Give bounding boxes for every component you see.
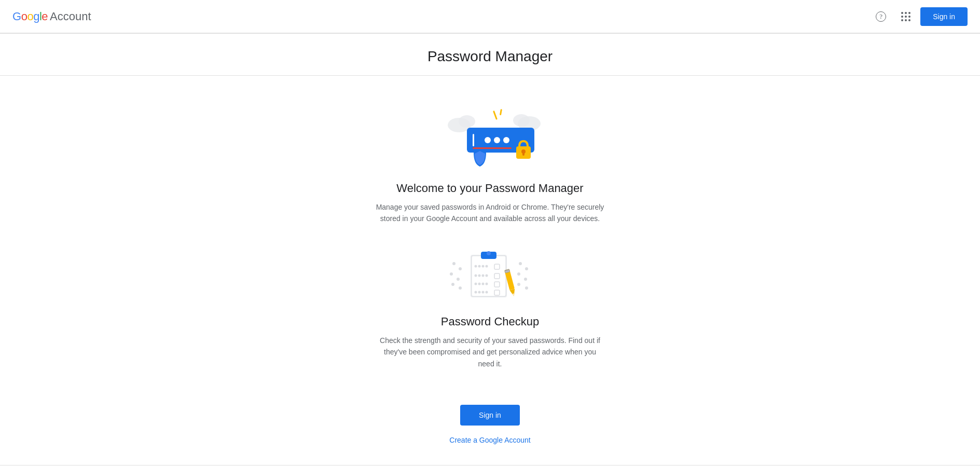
- welcome-description: Manage your saved passwords in Android o…: [376, 201, 604, 225]
- svg-point-18: [457, 278, 460, 281]
- header-actions: ? Sign in: [871, 6, 968, 27]
- account-label: Account: [50, 10, 91, 23]
- svg-point-38: [478, 274, 480, 277]
- grid-icon: [901, 12, 910, 21]
- svg-point-37: [474, 274, 477, 277]
- checkup-section: Password Checkup Check the strength and …: [376, 245, 604, 369]
- header-sign-in-button[interactable]: Sign in: [920, 7, 968, 26]
- svg-point-9: [494, 137, 500, 143]
- svg-rect-5: [499, 109, 502, 115]
- logo-text: Google: [12, 10, 48, 23]
- welcome-section: Welcome to your Password Manager Manage …: [376, 107, 604, 225]
- svg-rect-11: [473, 147, 512, 149]
- svg-point-22: [525, 267, 528, 270]
- header: Google Account ? Sign in: [0, 0, 980, 33]
- svg-point-50: [485, 291, 488, 293]
- welcome-title: Welcome to your Password Manager: [396, 182, 583, 195]
- svg-point-34: [485, 265, 488, 267]
- create-account-link[interactable]: Create a Google Account: [449, 436, 530, 444]
- svg-marker-53: [509, 289, 516, 297]
- page-title-bar: Password Manager: [0, 34, 980, 86]
- password-illus-svg: [438, 107, 553, 169]
- svg-point-39: [481, 274, 484, 277]
- svg-point-43: [478, 282, 480, 285]
- svg-point-8: [485, 137, 491, 143]
- svg-point-48: [478, 291, 480, 293]
- page-title: Password Manager: [0, 48, 980, 65]
- svg-point-10: [503, 137, 509, 143]
- svg-point-32: [478, 265, 480, 267]
- svg-point-40: [485, 274, 488, 277]
- svg-point-1: [459, 115, 475, 128]
- svg-point-16: [459, 267, 462, 270]
- svg-point-15: [452, 262, 456, 265]
- checkup-title: Password Checkup: [441, 315, 540, 328]
- svg-point-20: [459, 286, 462, 290]
- checkup-description: Check the strength and security of your …: [376, 335, 604, 369]
- google-logo: Google Account: [12, 10, 91, 23]
- svg-point-19: [451, 283, 454, 286]
- svg-point-45: [485, 282, 488, 285]
- svg-point-25: [517, 283, 520, 286]
- checkup-illus-svg: [438, 245, 542, 303]
- svg-point-33: [481, 265, 484, 267]
- header-logo-area: Google Account: [12, 10, 91, 23]
- svg-rect-4: [493, 111, 498, 120]
- svg-point-44: [481, 282, 484, 285]
- password-manager-illustration: [438, 107, 542, 169]
- svg-point-42: [474, 282, 477, 285]
- help-icon: ?: [876, 11, 886, 22]
- svg-point-26: [525, 286, 528, 290]
- help-button[interactable]: ?: [871, 6, 891, 27]
- svg-point-17: [450, 272, 453, 276]
- google-apps-button[interactable]: [895, 6, 916, 27]
- svg-point-30: [487, 251, 491, 255]
- svg-rect-35: [475, 245, 490, 247]
- svg-point-3: [513, 114, 530, 127]
- svg-point-21: [519, 262, 522, 265]
- svg-rect-14: [522, 152, 524, 156]
- svg-point-24: [524, 278, 527, 281]
- title-divider: [0, 75, 980, 76]
- main-content: Welcome to your Password Manager Manage …: [0, 86, 980, 465]
- password-checkup-illustration: [438, 245, 542, 303]
- svg-point-23: [517, 272, 520, 276]
- main-sign-in-button[interactable]: Sign in: [460, 405, 520, 426]
- svg-point-31: [474, 265, 477, 267]
- svg-point-49: [481, 291, 484, 293]
- svg-point-47: [474, 291, 477, 293]
- svg-rect-7: [473, 134, 474, 146]
